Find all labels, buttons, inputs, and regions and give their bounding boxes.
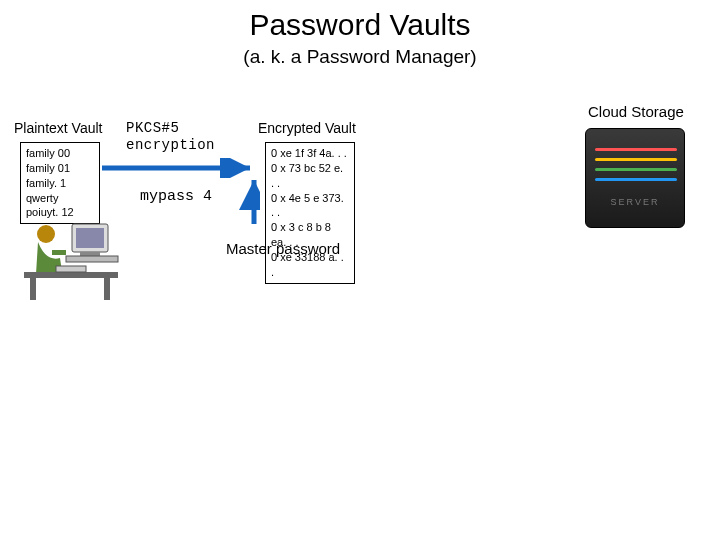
- encryption-method-line2: encryption: [126, 137, 215, 154]
- plaintext-item: qwerty: [26, 191, 94, 206]
- svg-rect-11: [56, 266, 86, 272]
- server-rack-icon: SERVER: [585, 128, 685, 228]
- svg-rect-9: [30, 278, 36, 300]
- encrypted-item: 0 x 73 bc 52 e. . .: [271, 161, 349, 191]
- plaintext-vault-label: Plaintext Vault: [14, 120, 102, 136]
- encrypted-item: 0 xe 1f 3f 4a. . .: [271, 146, 349, 161]
- encryption-method-line1: PKCS#5: [126, 120, 215, 137]
- svg-rect-7: [52, 250, 66, 255]
- svg-rect-8: [24, 272, 118, 278]
- encryption-method: PKCS#5 encryption: [126, 120, 215, 154]
- page-subtitle: (a. k. a Password Manager): [0, 46, 720, 68]
- page-title: Password Vaults: [0, 8, 720, 42]
- svg-rect-10: [104, 278, 110, 300]
- svg-rect-3: [76, 228, 104, 248]
- plaintext-item: family. 1: [26, 176, 94, 191]
- server-label: SERVER: [595, 197, 675, 207]
- plaintext-vault-box: family 00 family 01 family. 1 qwerty poi…: [20, 142, 100, 224]
- svg-rect-4: [80, 252, 100, 256]
- plaintext-item: family 01: [26, 161, 94, 176]
- master-password-value: mypass 4: [140, 188, 212, 205]
- svg-point-6: [37, 225, 55, 243]
- user-at-computer-icon: [20, 218, 120, 304]
- arrow-up-icon: [208, 172, 260, 230]
- encrypted-vault-label: Encrypted Vault: [258, 120, 356, 136]
- plaintext-item: family 00: [26, 146, 94, 161]
- svg-rect-5: [66, 256, 118, 262]
- cloud-storage-label: Cloud Storage: [588, 103, 684, 120]
- encrypted-item: 0 x 4e 5 e 373. . .: [271, 191, 349, 221]
- master-password-label: Master password: [226, 240, 340, 257]
- encrypted-vault-box: 0 xe 1f 3f 4a. . . 0 x 73 bc 52 e. . . 0…: [265, 142, 355, 284]
